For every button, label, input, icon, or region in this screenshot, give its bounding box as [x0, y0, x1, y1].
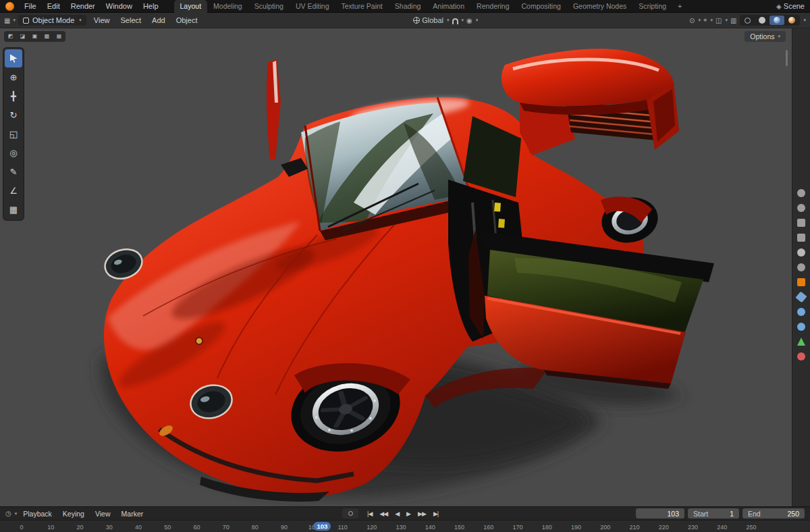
viewport-menu-item[interactable]: View [89, 14, 115, 27]
shading-sphere-icon [759, 17, 765, 24]
workspace-tab[interactable]: UV Editing [290, 0, 335, 13]
ruler-tick: 80 [252, 524, 259, 531]
material-preview[interactable] [770, 16, 784, 25]
timeline-editor-selector[interactable]: ◷ ▾ [5, 510, 17, 517]
transform-orientation-dropdown[interactable]: Global ▾ [413, 16, 449, 24]
current-frame-field[interactable]: 103 [636, 508, 684, 518]
timeline-menu-item[interactable]: Marker [117, 507, 148, 520]
physics-props-tab[interactable] [797, 323, 805, 331]
world-props-tab[interactable] [797, 263, 805, 271]
workspace-tab[interactable]: Geometry Nodes [567, 0, 632, 13]
tool-rotate[interactable]: ↻ [5, 106, 22, 124]
scene-props-tab[interactable] [797, 248, 805, 257]
previous-keyframe-button[interactable]: ◀◀ [376, 510, 391, 518]
view-layer-props-tab[interactable] [797, 234, 805, 242]
properties-tab-icon [797, 248, 805, 257]
timeline-menu-item[interactable]: Keying [58, 507, 89, 520]
workspace-tab[interactable]: Modeling [207, 0, 248, 13]
workspace-tab[interactable]: Layout [174, 0, 208, 13]
workspace-tab[interactable]: Rendering [470, 0, 515, 13]
add-workspace-button[interactable]: + [672, 2, 687, 10]
tool-move[interactable]: ╋ [5, 87, 22, 105]
viewport-scrollbar[interactable] [786, 50, 788, 66]
workspace-tab[interactable]: Animation [427, 0, 470, 13]
solid[interactable] [755, 16, 770, 25]
properties-tab-icon [797, 189, 805, 197]
chevron-down-icon: ▾ [698, 18, 701, 23]
workspace-tab[interactable]: Compositing [516, 0, 567, 13]
rear-wing [502, 49, 679, 155]
snap-toggle[interactable]: ▾ [452, 17, 464, 24]
gizmos-toggle[interactable]: ⌖ ▾ [703, 16, 713, 24]
ruler-tick: 230 [688, 524, 698, 531]
tool-scale[interactable]: ◱ [5, 125, 22, 143]
workspace-tab[interactable]: Texture Paint [335, 0, 389, 13]
topbar-menu-item[interactable]: Edit [43, 0, 65, 13]
blender-logo-icon[interactable] [5, 2, 14, 11]
tool-transform[interactable]: ◎ [5, 144, 22, 162]
viewport-menu-item[interactable]: Add [147, 14, 170, 27]
rendered[interactable] [784, 16, 799, 25]
timeline-playhead[interactable]: 103 [313, 522, 331, 531]
shading-sphere-icon [745, 18, 751, 24]
object-props-tab[interactable] [797, 278, 805, 286]
workspace-tab[interactable]: Sculpting [248, 0, 290, 13]
tool-add-cube[interactable]: ▦ [5, 201, 22, 219]
options-button[interactable]: Options ▾ [745, 31, 786, 42]
topbar-menu-item[interactable]: File [20, 0, 41, 13]
scene-selector[interactable]: ◈ Scene [776, 2, 805, 10]
properties-tab-icon [797, 278, 805, 286]
select-mode-toggle-5[interactable]: ▦ [53, 32, 65, 41]
tool-props-tab[interactable] [797, 189, 805, 197]
tool-select-box[interactable] [5, 49, 22, 68]
wireframe[interactable] [740, 16, 755, 25]
topbar-menu-item[interactable]: Render [66, 0, 100, 13]
frame-end-field[interactable]: End250 [742, 508, 805, 518]
workspace-tab[interactable]: Scripting [632, 0, 672, 13]
scene-selector-group: ◈ Scene [776, 2, 805, 10]
chevron-down-icon: ▾ [778, 34, 780, 39]
timeline-menu-item[interactable]: Playback [18, 507, 57, 520]
viewport-menu-item[interactable]: Select [116, 14, 146, 27]
jump-to-start-button[interactable]: |◀ [364, 510, 375, 518]
object-mode-icon [23, 18, 29, 24]
auto-keying-toggle[interactable] [342, 508, 358, 518]
viewport-subheader: ◩◪▣▩▦ Options ▾ [4, 30, 786, 42]
particles-props-tab[interactable] [797, 308, 805, 316]
render-props-tab[interactable] [797, 204, 805, 212]
properties-tab-icon [797, 338, 805, 346]
material-props-tab[interactable] [797, 352, 805, 361]
3d-viewport-canvas[interactable] [0, 28, 810, 506]
select-mode-toggle-2[interactable]: ◪ [17, 32, 28, 41]
select-mode-toggle-4[interactable]: ▩ [41, 32, 53, 41]
frame-start-field[interactable]: Start1 [688, 508, 739, 518]
next-keyframe-button[interactable]: ▶▶ [414, 510, 429, 518]
proportional-edit-toggle[interactable]: ◉ ▾ [466, 17, 478, 24]
select-mode-toggle-3[interactable]: ▣ [29, 32, 40, 41]
play-button[interactable]: ▶ [403, 510, 414, 518]
tool-measure[interactable]: ∠ [5, 182, 22, 200]
tool-cursor[interactable]: ⊕ [5, 68, 22, 86]
object-data-props-tab[interactable] [797, 338, 805, 346]
topbar-menu-item[interactable]: Help [138, 0, 163, 13]
timeline-ruler[interactable]: 103 010203040506070809010011012013014015… [0, 520, 810, 532]
select-mode-toggle-1[interactable]: ◩ [5, 32, 16, 41]
workspace-tab[interactable]: Shading [389, 0, 427, 13]
viewport-menu-item[interactable]: Object [171, 14, 202, 27]
overlays-toggle[interactable]: ◫ ▾ [716, 17, 728, 24]
jump-to-end-button[interactable]: ▶| [430, 510, 441, 518]
xray-toggle[interactable]: ▥ [730, 17, 736, 24]
timeline-menu-item[interactable]: View [90, 507, 115, 520]
chevron-down-icon: ▾ [13, 18, 16, 23]
tool-annotate[interactable]: ✎ [5, 163, 22, 181]
play-reverse-button[interactable]: ◀ [392, 510, 402, 518]
visibility-dropdown[interactable]: ⊙ ▾ [689, 17, 701, 24]
3d-viewport[interactable] [0, 28, 810, 506]
mode-selector[interactable]: Object Mode ▾ [18, 15, 86, 26]
modifiers-props-tab[interactable] [797, 293, 805, 301]
output-props-tab[interactable] [797, 219, 805, 227]
ruler-tick: 250 [746, 524, 756, 531]
editor-type-selector[interactable]: ▦ ▾ [4, 17, 16, 24]
topbar-menu-item[interactable]: Window [101, 0, 137, 13]
shading-dropdown[interactable]: ▾ [803, 18, 807, 23]
